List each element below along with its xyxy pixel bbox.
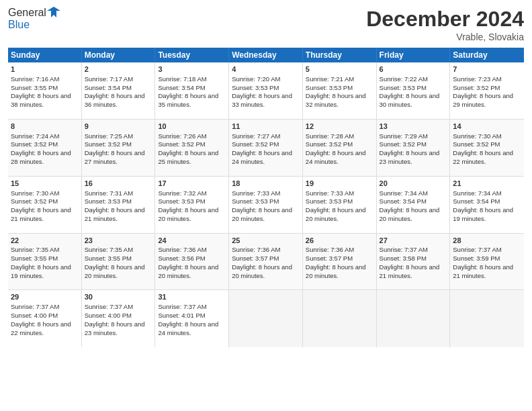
day-number: 6	[380, 64, 447, 75]
day-number: 23	[85, 236, 152, 246]
sunset-text: Sunset: 3:57 PM	[306, 255, 353, 262]
day-cell-empty-1	[229, 290, 303, 347]
day-cell-23: 23 Sunrise: 7:35 AM Sunset: 3:55 PM Dayl…	[82, 234, 156, 290]
daylight-text: Daylight: 8 hours and 38 minutes.	[11, 92, 71, 108]
daylight-text: Daylight: 8 hours and 21 minutes.	[11, 206, 71, 222]
daylight-text: Daylight: 8 hours and 29 minutes.	[453, 92, 513, 108]
day-cell-15: 15 Sunrise: 7:30 AM Sunset: 3:52 PM Dayl…	[8, 177, 82, 233]
week-row-5: 29 Sunrise: 7:37 AM Sunset: 4:00 PM Dayl…	[8, 290, 524, 347]
day-cell-4: 4 Sunrise: 7:20 AM Sunset: 3:53 PM Dayli…	[229, 62, 303, 119]
day-cell-empty-2	[303, 290, 377, 347]
day-cell-11: 11 Sunrise: 7:27 AM Sunset: 3:52 PM Dayl…	[229, 120, 303, 176]
day-number: 24	[158, 236, 226, 246]
calendar: Sunday Monday Tuesday Wednesday Thursday…	[8, 48, 524, 404]
sunset-text: Sunset: 3:55 PM	[11, 84, 58, 91]
daylight-text: Daylight: 8 hours and 22 minutes.	[453, 149, 513, 165]
daylight-text: Daylight: 8 hours and 24 minutes.	[158, 320, 218, 336]
day-number: 5	[306, 64, 373, 75]
sunset-text: Sunset: 3:52 PM	[158, 140, 205, 148]
sunset-text: Sunset: 3:53 PM	[85, 197, 132, 205]
sunrise-text: Sunrise: 7:27 AM	[232, 132, 280, 140]
day-cell-14: 14 Sunrise: 7:30 AM Sunset: 3:52 PM Dayl…	[450, 120, 524, 176]
day-number: 31	[158, 292, 226, 302]
week-row-4: 22 Sunrise: 7:35 AM Sunset: 3:55 PM Dayl…	[8, 234, 524, 291]
month-title: December 2024	[366, 7, 524, 32]
sunset-text: Sunset: 3:54 PM	[85, 84, 132, 91]
sunset-text: Sunset: 3:58 PM	[380, 255, 427, 262]
day-number: 18	[232, 179, 300, 189]
day-number: 29	[11, 292, 79, 302]
day-cell-16: 16 Sunrise: 7:31 AM Sunset: 3:53 PM Dayl…	[82, 177, 156, 233]
day-number: 27	[380, 236, 447, 246]
sunset-text: Sunset: 3:53 PM	[380, 84, 427, 91]
daylight-text: Daylight: 8 hours and 20 minutes.	[380, 206, 440, 222]
day-number: 8	[11, 122, 79, 132]
sunset-text: Sunset: 3:52 PM	[306, 140, 353, 148]
sunset-text: Sunset: 3:54 PM	[380, 197, 427, 205]
sunrise-text: Sunrise: 7:35 AM	[85, 246, 133, 253]
day-number: 21	[453, 179, 521, 189]
sunset-text: Sunset: 3:52 PM	[232, 140, 279, 148]
sunset-text: Sunset: 3:52 PM	[453, 140, 500, 148]
weekday-wednesday: Wednesday	[229, 48, 303, 62]
daylight-text: Daylight: 8 hours and 32 minutes.	[306, 92, 366, 108]
day-cell-18: 18 Sunrise: 7:33 AM Sunset: 3:53 PM Dayl…	[229, 177, 303, 233]
sunrise-text: Sunrise: 7:31 AM	[85, 189, 133, 197]
svg-marker-0	[47, 7, 60, 17]
weekday-thursday: Thursday	[303, 48, 377, 62]
daylight-text: Daylight: 8 hours and 28 minutes.	[11, 149, 71, 165]
day-cell-22: 22 Sunrise: 7:35 AM Sunset: 3:55 PM Dayl…	[8, 234, 82, 290]
sunrise-text: Sunrise: 7:36 AM	[306, 246, 354, 253]
sunset-text: Sunset: 3:57 PM	[232, 255, 279, 262]
sunrise-text: Sunrise: 7:29 AM	[380, 132, 428, 140]
day-number: 13	[380, 122, 447, 132]
day-cell-26: 26 Sunrise: 7:36 AM Sunset: 3:57 PM Dayl…	[303, 234, 377, 290]
sunset-text: Sunset: 3:52 PM	[11, 197, 58, 205]
daylight-text: Daylight: 8 hours and 24 minutes.	[306, 149, 366, 165]
sunrise-text: Sunrise: 7:18 AM	[158, 75, 206, 83]
day-number: 17	[158, 179, 226, 189]
calendar-body: 1 Sunrise: 7:16 AM Sunset: 3:55 PM Dayli…	[8, 62, 524, 404]
sunrise-text: Sunrise: 7:36 AM	[232, 246, 280, 253]
sunrise-text: Sunrise: 7:16 AM	[11, 75, 59, 83]
daylight-text: Daylight: 8 hours and 24 minutes.	[232, 149, 292, 165]
daylight-text: Daylight: 8 hours and 27 minutes.	[85, 149, 145, 165]
day-cell-5: 5 Sunrise: 7:21 AM Sunset: 3:53 PM Dayli…	[303, 62, 377, 119]
day-cell-empty-3	[377, 290, 451, 347]
daylight-text: Daylight: 8 hours and 22 minutes.	[11, 320, 71, 336]
sunrise-text: Sunrise: 7:32 AM	[158, 189, 206, 197]
sunrise-text: Sunrise: 7:37 AM	[158, 303, 206, 310]
weekday-monday: Monday	[82, 48, 156, 62]
day-cell-29: 29 Sunrise: 7:37 AM Sunset: 4:00 PM Dayl…	[8, 290, 82, 347]
day-number: 30	[85, 292, 152, 302]
day-cell-21: 21 Sunrise: 7:34 AM Sunset: 3:54 PM Dayl…	[450, 177, 524, 233]
logo: General Blue	[8, 7, 60, 31]
day-number: 26	[306, 236, 373, 246]
location: Vrable, Slovakia	[366, 32, 524, 42]
daylight-text: Daylight: 8 hours and 30 minutes.	[380, 92, 440, 108]
weekday-friday: Friday	[377, 48, 451, 62]
sunset-text: Sunset: 3:59 PM	[453, 255, 500, 262]
day-number: 9	[85, 122, 152, 132]
daylight-text: Daylight: 8 hours and 20 minutes.	[232, 206, 292, 222]
sunrise-text: Sunrise: 7:33 AM	[306, 189, 354, 197]
daylight-text: Daylight: 8 hours and 25 minutes.	[158, 149, 218, 165]
sunrise-text: Sunrise: 7:36 AM	[158, 246, 206, 253]
day-number: 28	[453, 236, 521, 246]
daylight-text: Daylight: 8 hours and 23 minutes.	[85, 320, 145, 336]
sunrise-text: Sunrise: 7:22 AM	[380, 75, 428, 83]
sunset-text: Sunset: 3:53 PM	[306, 197, 353, 205]
sunrise-text: Sunrise: 7:35 AM	[11, 246, 59, 253]
sunrise-text: Sunrise: 7:30 AM	[453, 132, 501, 140]
day-number: 10	[158, 122, 226, 132]
sunrise-text: Sunrise: 7:30 AM	[11, 189, 59, 197]
sunrise-text: Sunrise: 7:37 AM	[85, 303, 133, 310]
day-cell-25: 25 Sunrise: 7:36 AM Sunset: 3:57 PM Dayl…	[229, 234, 303, 290]
day-cell-10: 10 Sunrise: 7:26 AM Sunset: 3:52 PM Dayl…	[155, 120, 229, 176]
daylight-text: Daylight: 8 hours and 19 minutes.	[453, 206, 513, 222]
daylight-text: Daylight: 8 hours and 20 minutes.	[232, 263, 292, 279]
daylight-text: Daylight: 8 hours and 20 minutes.	[158, 206, 218, 222]
day-cell-9: 9 Sunrise: 7:25 AM Sunset: 3:52 PM Dayli…	[82, 120, 156, 176]
day-cell-empty-4	[450, 290, 524, 347]
day-cell-17: 17 Sunrise: 7:32 AM Sunset: 3:53 PM Dayl…	[155, 177, 229, 233]
